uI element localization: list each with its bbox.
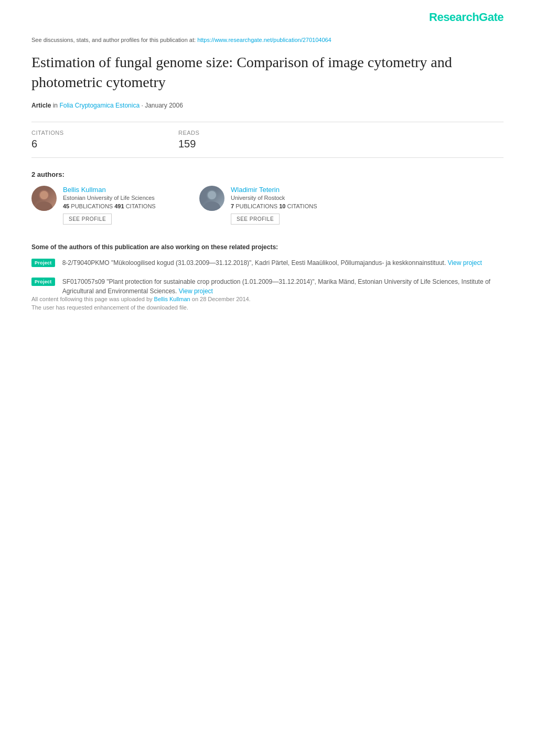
authors-title: 2 authors: <box>31 171 504 178</box>
svg-point-1 <box>36 201 52 211</box>
author-avatar-1 <box>31 186 57 211</box>
author-avatar-2 <box>199 186 224 211</box>
article-type: Article <box>31 102 51 109</box>
author-stats-2: 7 PUBLICATIONS 10 CITATIONS <box>231 203 317 209</box>
see-profile-button-1[interactable]: SEE PROFILE <box>63 214 112 225</box>
author-info-2: Wladimir Teterin University of Rostock 7… <box>231 186 317 225</box>
article-date: January 2006 <box>145 102 183 109</box>
related-projects-title: Some of the authors of this publication … <box>31 243 504 251</box>
author-name-2[interactable]: Wladimir Teterin <box>231 186 317 194</box>
author-name-1[interactable]: Bellis Kullman <box>63 186 156 194</box>
citations-label: CITATIONS <box>31 130 178 136</box>
author-card-1: Bellis Kullman Estonian University of Li… <box>31 186 178 229</box>
authors-grid: Bellis Kullman Estonian University of Li… <box>31 186 504 229</box>
author-stats-1: 45 PUBLICATIONS 491 CITATIONS <box>63 203 156 209</box>
see-discussions-text: See discussions, stats, and author profi… <box>31 37 196 43</box>
citations-stat: CITATIONS 6 <box>31 130 178 150</box>
citations-value: 6 <box>31 138 178 150</box>
article-meta: Article in Folia Cryptogamica Estonica ·… <box>31 102 504 109</box>
researchgate-logo: ResearchGate <box>429 10 504 24</box>
author-info-1: Bellis Kullman Estonian University of Li… <box>63 186 156 225</box>
svg-point-2 <box>40 191 48 199</box>
reads-label: READS <box>178 130 325 136</box>
article-title: Estimation of fungal genome size: Compar… <box>31 52 504 92</box>
footer-upload-text: All content following this page was uplo… <box>31 291 504 302</box>
stats-row: CITATIONS 6 READS 159 <box>31 122 504 158</box>
author-affiliation-1: Estonian University of Life Sciences <box>63 195 156 201</box>
footer-note: The user has requested enhancement of th… <box>31 304 504 311</box>
svg-point-4 <box>204 201 220 211</box>
journal-link[interactable]: Folia Cryptogamica Estonica <box>59 102 140 109</box>
footer-uploader-link[interactable]: Bellis Kullman <box>154 296 190 302</box>
see-discussions-bar: See discussions, stats, and author profi… <box>31 37 504 43</box>
author-card-2: Wladimir Teterin University of Rostock 7… <box>199 186 346 229</box>
reads-value: 159 <box>178 138 325 150</box>
author-affiliation-2: University of Rostock <box>231 195 317 201</box>
authors-section: 2 authors: Bellis Kullman Estonian Unive… <box>31 171 504 229</box>
reads-stat: READS 159 <box>178 130 325 150</box>
svg-point-5 <box>208 191 216 199</box>
article-preposition: in <box>53 102 60 109</box>
see-profile-button-2[interactable]: SEE PROFILE <box>231 214 280 225</box>
see-discussions-link[interactable]: https://www.researchgate.net/publication… <box>197 37 331 43</box>
